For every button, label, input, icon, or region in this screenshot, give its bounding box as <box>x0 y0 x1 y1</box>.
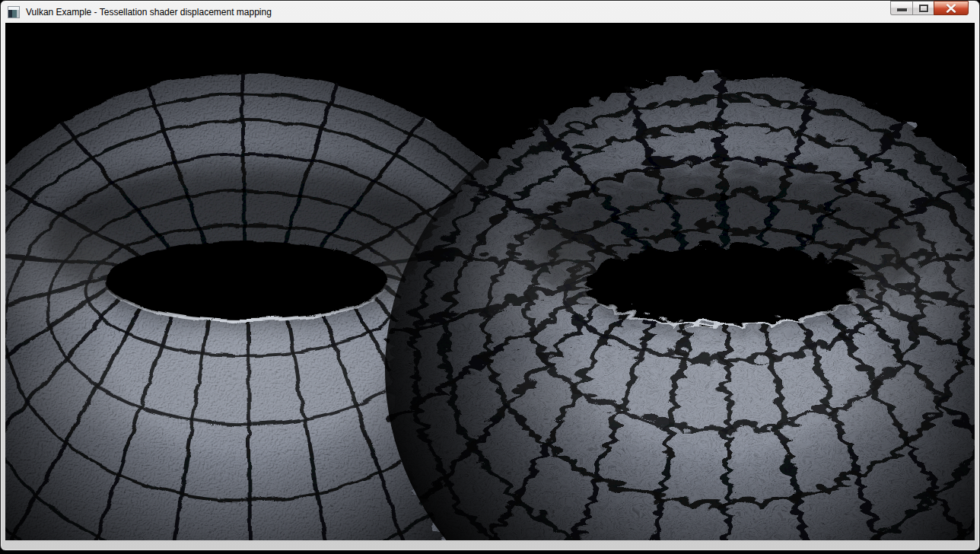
maximize-icon <box>919 5 928 12</box>
close-button[interactable] <box>934 1 969 15</box>
window-controls <box>891 1 969 15</box>
window-title: Vulkan Example - Tessellation shader dis… <box>26 7 272 18</box>
render-viewport[interactable] <box>5 23 975 540</box>
minimize-button[interactable] <box>890 1 913 15</box>
scene-canvas <box>5 23 975 540</box>
app-window-icon[interactable] <box>8 6 20 18</box>
torus-displacement <box>385 72 975 540</box>
app-window: Vulkan Example - Tessellation shader dis… <box>0 0 980 551</box>
minimize-icon <box>897 8 907 11</box>
maximize-button[interactable] <box>912 1 934 15</box>
app-icon-art <box>17 10 19 18</box>
titlebar[interactable]: Vulkan Example - Tessellation shader dis… <box>1 1 979 23</box>
close-icon <box>945 4 957 13</box>
